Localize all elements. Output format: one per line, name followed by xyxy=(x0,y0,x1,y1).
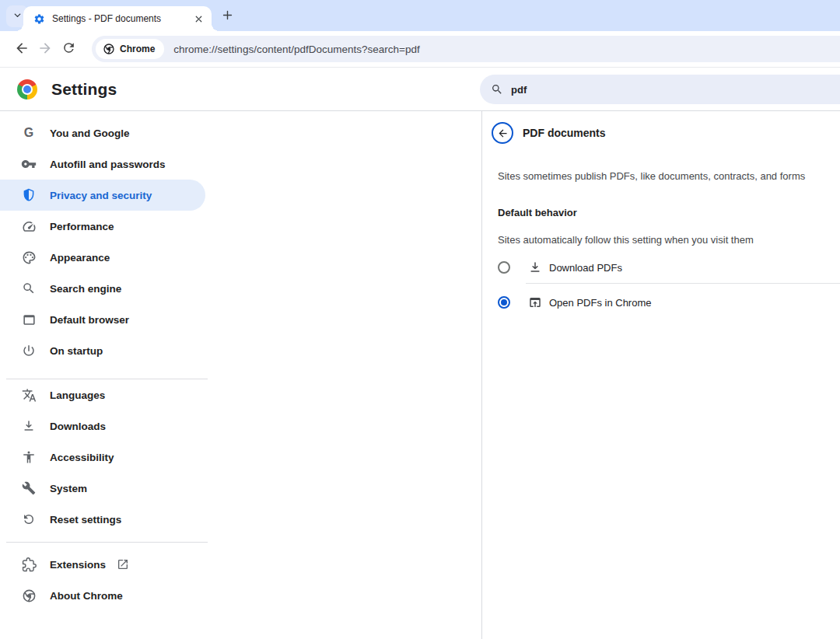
wrench-icon xyxy=(21,480,37,496)
back-arrow-icon xyxy=(14,40,30,58)
forward-arrow-icon xyxy=(37,40,53,58)
power-icon xyxy=(21,343,37,358)
chrome-mono-icon xyxy=(103,43,115,55)
option-open-pdfs-in-chrome[interactable]: Open PDFs in Chrome xyxy=(482,284,840,321)
plus-icon xyxy=(221,9,234,24)
browser-window: Settings - PDF documents xyxy=(0,0,840,639)
option-download-pdfs[interactable]: Download PDFs xyxy=(482,252,840,283)
sidebar-item-on-startup[interactable]: On startup xyxy=(0,335,205,366)
sidebar-item-search-engine[interactable]: Search engine xyxy=(0,273,205,304)
chrome-logo xyxy=(17,79,37,100)
accessibility-icon xyxy=(21,449,37,465)
settings-header: Settings pdf xyxy=(0,68,840,111)
site-chip-label: Chrome xyxy=(120,44,155,54)
puzzle-icon xyxy=(21,557,37,572)
browser-window-icon xyxy=(21,312,37,327)
chrome-mono-icon xyxy=(21,588,37,603)
address-bar[interactable]: Chrome chrome://settings/content/pdfDocu… xyxy=(92,36,840,62)
page-description: Sites sometimes publish PDFs, like docum… xyxy=(498,170,824,182)
sidebar-item-about-chrome[interactable]: About Chrome xyxy=(0,580,205,611)
palette-icon xyxy=(21,250,37,265)
translate-icon xyxy=(21,387,37,403)
back-button[interactable] xyxy=(11,37,33,61)
browser-tab[interactable]: Settings - PDF documents xyxy=(23,6,212,31)
browser-toolbar: Chrome chrome://settings/content/pdfDocu… xyxy=(0,31,840,68)
sidebar-item-downloads[interactable]: Downloads xyxy=(0,410,205,442)
sidebar-item-privacy-security[interactable]: Privacy and security xyxy=(0,180,205,211)
chevron-down-icon xyxy=(12,10,23,23)
sidebar-item-you-and-google[interactable]: G You and Google xyxy=(0,117,205,148)
google-g-icon: G xyxy=(21,125,37,141)
tab-title: Settings - PDF documents xyxy=(52,13,191,24)
tab-strip: Settings - PDF documents xyxy=(0,0,840,31)
new-tab-button[interactable] xyxy=(217,6,237,26)
open-in-chrome-icon xyxy=(528,295,542,309)
reload-button[interactable] xyxy=(58,37,79,61)
shield-icon xyxy=(21,187,37,203)
section-description: Sites automatically follow this setting … xyxy=(498,234,824,246)
site-info-chip[interactable]: Chrome xyxy=(96,39,164,59)
settings-sidebar: G You and Google Autofill and passwords … xyxy=(0,111,482,639)
subpage-header: PDF documents xyxy=(482,122,840,144)
sidebar-item-appearance[interactable]: Appearance xyxy=(0,242,205,273)
external-link-icon xyxy=(117,558,129,571)
subpage-title: PDF documents xyxy=(523,127,606,139)
sidebar-item-performance[interactable]: Performance xyxy=(0,211,205,242)
sidebar-item-autofill[interactable]: Autofill and passwords xyxy=(0,148,205,180)
sidebar-item-languages[interactable]: Languages xyxy=(0,379,205,410)
reset-icon xyxy=(21,512,37,527)
back-arrow-icon xyxy=(497,127,509,139)
sidebar-divider xyxy=(6,542,208,543)
pdf-documents-page: PDF documents Sites sometimes publish PD… xyxy=(482,111,840,639)
sidebar-item-system[interactable]: System xyxy=(0,473,205,504)
subpage-back-button[interactable] xyxy=(492,122,513,144)
radio-selected[interactable] xyxy=(498,296,510,309)
sidebar-item-reset-settings[interactable]: Reset settings xyxy=(0,504,205,535)
key-icon xyxy=(21,156,37,172)
speedometer-icon xyxy=(21,218,37,234)
settings-gear-favicon xyxy=(33,13,45,25)
sidebar-item-extensions[interactable]: Extensions xyxy=(0,549,205,580)
page-heading: Settings xyxy=(51,80,117,99)
search-icon xyxy=(491,83,503,96)
sidebar-item-default-browser[interactable]: Default browser xyxy=(0,304,205,335)
search-icon xyxy=(21,281,37,296)
section-title: Default behavior xyxy=(498,207,824,218)
download-icon xyxy=(21,418,37,434)
tab-close-icon[interactable] xyxy=(191,12,205,26)
settings-search-input[interactable]: pdf xyxy=(480,75,840,104)
search-value: pdf xyxy=(511,84,527,96)
radio-unselected[interactable] xyxy=(498,261,510,274)
forward-button[interactable] xyxy=(34,37,56,61)
sidebar-item-accessibility[interactable]: Accessibility xyxy=(0,442,205,473)
url-text: chrome://settings/content/pdfDocuments?s… xyxy=(173,44,419,55)
reload-icon xyxy=(61,40,76,58)
download-icon xyxy=(528,260,542,274)
settings-body: G You and Google Autofill and passwords … xyxy=(0,111,840,639)
